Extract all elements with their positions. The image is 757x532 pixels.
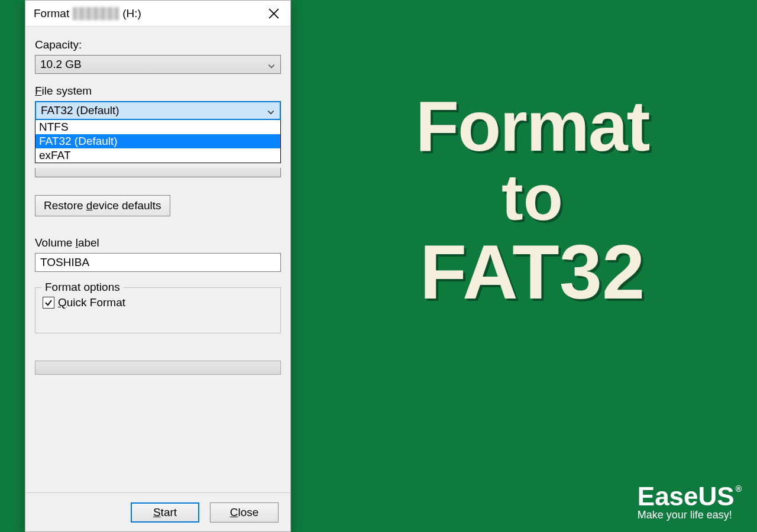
volume-label-input[interactable]: [35, 253, 281, 272]
restore-defaults-button[interactable]: Restore device defaults: [35, 195, 170, 216]
easeus-logo: EaseUS® Make your life easy!: [638, 482, 740, 521]
capacity-value: 10.2 GB: [40, 58, 82, 71]
progress-bar: [35, 361, 281, 375]
close-icon[interactable]: [262, 2, 286, 25]
window-title-prefix: Format: [34, 7, 69, 20]
headline: Format to FAT32: [331, 89, 733, 312]
quick-format-label: Quick Format: [58, 296, 125, 309]
chevron-down-icon: [267, 60, 276, 69]
quick-format-checkbox[interactable]: [43, 297, 54, 309]
dialog-body: Capacity: 10.2 GB File system FAT32 (Def…: [25, 27, 290, 375]
close-button[interactable]: Close: [210, 502, 279, 523]
capacity-label: Capacity:: [35, 38, 281, 51]
filesystem-dropdown: NTFS FAT32 (Default) exFAT: [35, 120, 281, 163]
format-options-group: Format options Quick Format: [35, 287, 281, 333]
dialog-footer: Start Close: [25, 492, 290, 531]
volume-name-blurred: [73, 7, 119, 20]
format-options-legend: Format options: [41, 281, 124, 294]
filesystem-select[interactable]: FAT32 (Default): [35, 101, 281, 120]
capacity-select[interactable]: 10.2 GB: [35, 55, 281, 74]
volume-label-label: Volume label: [35, 236, 281, 249]
allocation-select-obscured[interactable]: [35, 168, 281, 177]
headline-line1: Format: [331, 89, 733, 163]
quick-format-row: Quick Format: [43, 296, 273, 309]
start-button[interactable]: Start: [131, 502, 199, 523]
logo-brand: EaseUS®: [638, 482, 740, 511]
filesystem-option-fat32[interactable]: FAT32 (Default): [35, 134, 280, 148]
filesystem-option-exfat[interactable]: exFAT: [35, 148, 280, 163]
chevron-down-icon: [267, 106, 275, 115]
titlebar[interactable]: Format (H:): [25, 1, 290, 27]
filesystem-value: FAT32 (Default): [41, 104, 119, 117]
drive-letter: (H:): [122, 7, 141, 20]
filesystem-label: File system: [35, 85, 281, 98]
headline-line3: FAT32: [331, 232, 733, 313]
filesystem-option-ntfs[interactable]: NTFS: [35, 120, 280, 134]
format-dialog: Format (H:) Capacity: 10.2 GB File syste…: [25, 0, 291, 532]
headline-line2: to: [331, 163, 733, 232]
